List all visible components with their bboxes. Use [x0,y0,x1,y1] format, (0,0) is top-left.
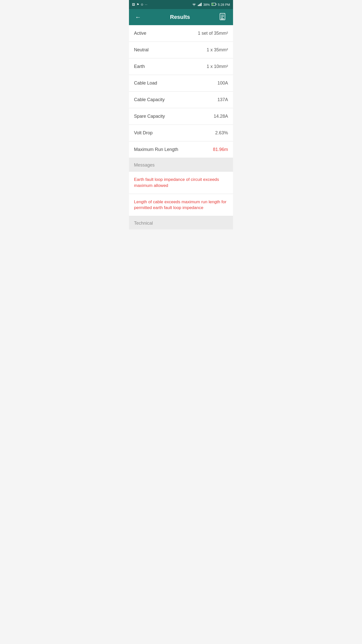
dots-icon: ··· [145,3,147,6]
svg-rect-10 [221,17,223,18]
value-cable-capacity: 137A [217,97,228,102]
label-spare-capacity: Spare Capacity [134,114,165,119]
value-neutral: 1 x 35mm² [207,47,228,53]
value-active: 1 set of 35mm² [198,31,228,36]
time: 5:28 PM [218,3,230,7]
app-bar: ← Results [129,9,233,25]
clock-icon: ⊙ [141,3,143,6]
svg-rect-5 [216,4,216,5]
result-row-active: Active 1 set of 35mm² [129,25,233,42]
technical-section-header: Technical [129,216,233,229]
messages-header-label: Messages [134,163,155,168]
svg-rect-13 [223,18,224,19]
svg-rect-0 [198,5,199,6]
value-spare-capacity: 14.28A [214,114,228,119]
battery-icon [211,3,216,7]
label-earth: Earth [134,64,145,69]
message-row-2: Length of cable exceeds maximum run leng… [129,194,233,216]
page-title: Results [170,14,190,20]
value-max-run-length: 81.96m [213,147,228,152]
results-list: Active 1 set of 35mm² Neutral 1 x 35mm² … [129,25,233,229]
result-row-spare-capacity: Spare Capacity 14.28A [129,108,233,125]
image-icon: 🖼 [132,3,135,6]
technical-header-label: Technical [134,221,153,226]
status-right-icons: 38% 5:28 PM [192,3,230,7]
result-row-max-run-length: Maximum Run Length 81.96m [129,141,233,158]
back-button[interactable]: ← [133,12,143,23]
svg-rect-11 [221,18,222,19]
back-icon: ← [135,14,141,20]
report-icon [219,13,227,21]
svg-rect-12 [222,18,223,19]
label-cable-load: Cable Load [134,80,157,86]
message-row-1: Earth fault loop impedance of circuit ex… [129,172,233,194]
svg-rect-9 [221,16,224,17]
status-left-icons: 🖼 ⚑ ⊙ ··· [132,3,147,6]
result-row-earth: Earth 1 x 10mm² [129,58,233,75]
value-volt-drop: 2.63% [215,130,228,136]
report-button[interactable] [217,11,229,24]
label-active: Active [134,31,146,36]
result-row-neutral: Neutral 1 x 35mm² [129,42,233,58]
message-text-2: Length of cable exceeds maximum run leng… [134,199,227,210]
label-max-run-length: Maximum Run Length [134,147,178,152]
svg-rect-3 [201,3,202,6]
messages-section-header: Messages [129,158,233,172]
wifi-icon [192,3,196,7]
label-neutral: Neutral [134,47,149,53]
flag-icon: ⚑ [137,3,139,6]
label-volt-drop: Volt Drop [134,130,153,136]
status-bar: 🖼 ⚑ ⊙ ··· 38% [129,0,233,9]
value-cable-load: 100A [217,80,228,86]
result-row-volt-drop: Volt Drop 2.63% [129,125,233,141]
result-row-cable-capacity: Cable Capacity 137A [129,92,233,108]
value-earth: 1 x 10mm² [207,64,228,69]
label-cable-capacity: Cable Capacity [134,97,165,102]
svg-rect-6 [212,3,213,5]
svg-rect-8 [221,15,224,15]
svg-rect-1 [199,4,200,6]
signal-icon [198,3,202,7]
battery-percentage: 38% [203,3,210,7]
svg-rect-2 [200,4,201,6]
message-text-1: Earth fault loop impedance of circuit ex… [134,177,219,188]
result-row-cable-load: Cable Load 100A [129,75,233,92]
